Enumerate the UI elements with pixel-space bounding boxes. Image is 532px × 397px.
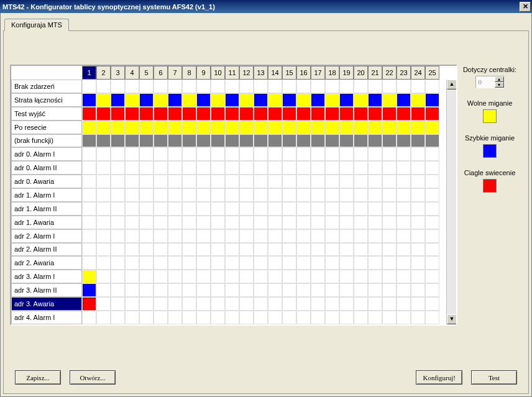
grid-cell[interactable] [196,134,211,148]
grid-cell[interactable] [282,134,296,148]
grid-cell[interactable] [425,107,439,121]
grid-cell[interactable] [225,107,239,121]
grid-cell[interactable] [296,107,311,121]
grid-cell[interactable] [154,147,168,161]
grid-cell[interactable] [168,229,182,243]
grid-cell[interactable] [111,147,125,161]
grid-cell[interactable] [96,229,111,243]
grid-cell[interactable] [411,161,425,175]
grid-cell[interactable] [354,93,368,107]
grid-cell[interactable] [211,80,225,93]
grid-cell[interactable] [196,202,211,216]
grid-cell[interactable] [425,202,439,216]
grid-cell[interactable] [196,121,211,134]
row-header[interactable]: Test wyjść [11,107,82,121]
grid-cell[interactable] [154,243,168,257]
grid-cell[interactable] [196,107,211,121]
column-header[interactable]: 18 [325,66,339,80]
grid-cell[interactable] [339,229,354,243]
grid-cell[interactable] [397,256,411,270]
grid-cell[interactable] [125,243,139,257]
grid-cell[interactable] [154,188,168,202]
grid-cell[interactable] [325,229,339,243]
test-button[interactable]: Test [471,370,517,385]
grid-cell[interactable] [382,270,397,283]
close-icon[interactable]: ✕ [520,2,531,12]
vertical-scrollbar[interactable]: ▲ ▼ [446,80,456,324]
grid-cell[interactable] [82,93,96,107]
grid-cell[interactable] [182,216,196,229]
column-header[interactable]: 8 [182,66,196,80]
grid-cell[interactable] [354,311,368,324]
grid-cell[interactable] [211,161,225,175]
grid-cell[interactable] [425,216,439,229]
grid-cell[interactable] [139,188,154,202]
grid-cell[interactable] [311,216,325,229]
grid-cell[interactable] [339,202,354,216]
grid-cell[interactable] [168,202,182,216]
grid-cell[interactable] [311,243,325,257]
grid-cell[interactable] [368,243,382,257]
grid-cell[interactable] [339,93,354,107]
grid-cell[interactable] [196,283,211,297]
grid-cell[interactable] [411,107,425,121]
grid-cell[interactable] [111,107,125,121]
grid-cell[interactable] [211,297,225,311]
grid-cell[interactable] [82,134,96,148]
grid-cell[interactable] [211,188,225,202]
grid-cell[interactable] [154,80,168,93]
grid-cell[interactable] [354,161,368,175]
grid-cell[interactable] [425,256,439,270]
column-header[interactable]: 23 [397,66,411,80]
grid-cell[interactable] [425,283,439,297]
grid-cell[interactable] [139,107,154,121]
grid-cell[interactable] [182,134,196,148]
grid-cell[interactable] [196,243,211,257]
grid-cell[interactable] [139,283,154,297]
otworz-button[interactable]: Otwórz... [70,370,116,385]
grid-cell[interactable] [425,188,439,202]
grid-cell[interactable] [411,80,425,93]
grid-cell[interactable] [96,297,111,311]
grid-cell[interactable] [254,134,268,148]
grid-cell[interactable] [168,161,182,175]
grid-cell[interactable] [239,175,254,188]
grid-cell[interactable] [354,107,368,121]
grid-cell[interactable] [82,80,96,93]
grid-cell[interactable] [111,161,125,175]
row-header[interactable]: adr 0. Awaria [11,175,82,188]
grid-cell[interactable] [254,188,268,202]
grid-cell[interactable] [196,297,211,311]
grid-cell[interactable] [268,216,282,229]
grid-cell[interactable] [339,107,354,121]
grid-cell[interactable] [96,107,111,121]
grid-cell[interactable] [368,93,382,107]
grid-cell[interactable] [154,93,168,107]
grid-cell[interactable] [397,147,411,161]
grid-cell[interactable] [82,256,96,270]
grid-cell[interactable] [254,256,268,270]
grid-cell[interactable] [325,80,339,93]
grid-cell[interactable] [211,147,225,161]
grid-cell[interactable] [382,107,397,121]
grid-cell[interactable] [325,175,339,188]
grid-cell[interactable] [325,107,339,121]
grid-cell[interactable] [82,188,96,202]
grid-cell[interactable] [382,216,397,229]
grid-cell[interactable] [125,283,139,297]
grid-cell[interactable] [339,161,354,175]
column-header[interactable]: 24 [411,66,425,80]
grid-cell[interactable] [96,121,111,134]
grid-cell[interactable] [354,188,368,202]
grid-cell[interactable] [325,121,339,134]
grid-cell[interactable] [139,134,154,148]
grid-cell[interactable] [96,188,111,202]
grid-cell[interactable] [282,121,296,134]
grid-cell[interactable] [254,80,268,93]
grid-cell[interactable] [425,161,439,175]
column-header[interactable]: 25 [425,66,439,80]
grid-cell[interactable] [182,147,196,161]
grid-cell[interactable] [382,134,397,148]
grid-cell[interactable] [397,134,411,148]
grid-cell[interactable] [239,216,254,229]
